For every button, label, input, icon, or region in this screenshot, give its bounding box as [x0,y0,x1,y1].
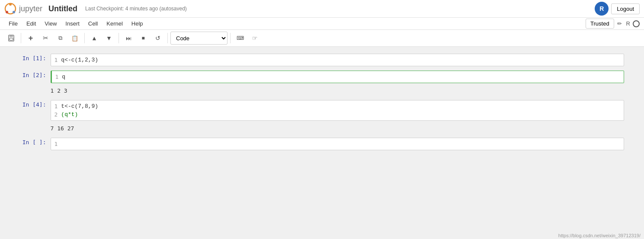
cell-4-inner-1: 1 t<-c(7,8,9) [51,102,624,110]
keyboard-icon: ⌨ [237,35,244,41]
notebook-area: In [1]: 1 q<-c(1,2,3) In [2]: 1 q [0,47,644,229]
save-button[interactable] [4,32,18,45]
edit-pencil-icon[interactable]: ✏ [616,20,624,28]
r-kernel-logo: R [595,2,609,16]
jupyter-logo[interactable]: jupyter [4,3,42,15]
cell-1-body: 1 q<-c(1,2,3) [51,54,624,69]
cell-empty-prompt: In [ ]: [20,138,51,145]
cell-empty-line-1-number: 1 [54,141,58,147]
cell-4-output: 7 16 27 [51,123,624,133]
menu-edit[interactable]: Edit [22,19,40,29]
separator-1 [21,33,21,43]
separator-2 [84,33,85,43]
cut-button[interactable]: ✂ [38,32,52,45]
menu-insert[interactable]: Insert [61,19,84,29]
cell-4-inner-2: 2 (q*t) [51,110,624,119]
add-cell-button[interactable]: + [24,32,38,45]
jupyter-logo-icon [4,3,16,15]
cell-2-inner: 1 q [52,73,624,81]
restart-button[interactable]: ↺ [151,32,165,45]
copy-icon: ⧉ [58,35,62,42]
cell-1-prompt: In [1]: [20,54,51,61]
cell-4-container[interactable]: 1 t<-c(7,8,9) 2 (q*t) [51,100,624,121]
cell-4-output-text: 7 16 27 [51,125,74,132]
cell-4-line-2-number: 2 [54,111,58,118]
menu-kernel[interactable]: Kernel [102,19,127,29]
header: jupyter Untitled Last Checkpoint: 4 minu… [0,0,644,18]
cell-2-prompt: In [2]: [20,71,51,78]
plus-icon: + [29,34,33,43]
cell-1-wrapper: In [1]: 1 q<-c(1,2,3) [20,54,624,69]
cell-1-container[interactable]: 1 q<-c(1,2,3) [51,54,624,66]
cell-empty-wrapper: In [ ]: 1 [20,138,624,153]
svg-point-2 [13,11,15,13]
arrow-up-icon: ▲ [91,35,97,42]
cell-empty-body: 1 [51,138,624,153]
logout-button[interactable]: Logout [611,3,640,14]
move-up-button[interactable]: ▲ [87,32,101,45]
cell-4-line-2-code: (q*t) [61,111,78,118]
restart-icon: ↺ [155,35,160,42]
keyboard-button[interactable]: ⌨ [233,32,247,45]
cell-2-body: 1 q 1 2 3 [51,71,624,96]
cell-2-line-1-number: 1 [55,74,59,80]
cell-1-line-1-code: q<-c(1,2,3) [61,57,98,63]
separator-4 [167,33,168,43]
fast-forward-button[interactable]: ⏭ [122,32,135,45]
checkpoint-info: Last Checkpoint: 4 minutes ago (autosave… [85,6,187,12]
svg-rect-6 [10,38,13,40]
pointer-button[interactable]: ☞ [248,32,262,45]
separator-5 [230,33,231,43]
toolbar: + ✂ ⧉ 📋 ▲ ▼ ⏭ ■ ↺ Code Markdown Raw NBCo… [0,30,644,47]
notebook-inner: In [1]: 1 q<-c(1,2,3) In [2]: 1 q [15,54,629,153]
skip-icon: ⏭ [126,35,131,42]
cell-4-prompt: In [4]: [20,100,51,108]
svg-rect-5 [10,35,13,37]
menu-file[interactable]: File [4,19,22,29]
jupyter-brand-text: jupyter [19,4,42,13]
cell-type-select[interactable]: Code Markdown Raw NBConvert Heading [170,32,227,45]
menubar-right-controls: Trusted ✏ R [586,19,640,29]
trusted-button[interactable]: Trusted [586,19,614,29]
cell-empty-inner: 1 [51,140,624,148]
cell-2-output: 1 2 3 [51,86,624,96]
arrow-down-icon: ▼ [106,35,112,42]
cell-4-body: 1 t<-c(7,8,9) 2 (q*t) 7 16 27 [51,100,624,133]
pointer-icon: ☞ [252,35,258,42]
cell-4-wrapper: In [4]: 1 t<-c(7,8,9) 2 (q*t) 7 16 27 [20,100,624,133]
cell-4-line-1-code: t<-c(7,8,9) [61,103,98,110]
kernel-status-circle [633,20,640,27]
cell-4-line-1-number: 1 [54,103,58,110]
stop-button[interactable]: ■ [136,32,150,45]
stop-icon: ■ [141,35,144,41]
notebook-title[interactable]: Untitled [48,4,77,13]
paste-button[interactable]: 📋 [68,32,82,45]
cell-1-line-1-number: 1 [54,57,58,63]
cell-empty-line-1-code [61,141,64,147]
cell-2-wrapper: In [2]: 1 q 1 2 3 [20,71,624,96]
menu-view[interactable]: View [40,19,61,29]
cell-2-container[interactable]: 1 q [51,71,624,83]
svg-point-1 [9,3,12,6]
move-down-button[interactable]: ▼ [102,32,116,45]
kernel-r-label: R [626,20,630,27]
menubar: File Edit View Insert Cell Kernel Help T… [0,18,644,30]
cell-2-output-text: 1 2 3 [51,87,67,94]
header-right: R Logout [595,2,640,16]
menu-cell[interactable]: Cell [84,19,102,29]
scissors-icon: ✂ [43,34,48,42]
menu-help[interactable]: Help [127,19,147,29]
cell-empty-container[interactable]: 1 [51,138,624,150]
copy-button[interactable]: ⧉ [53,32,67,45]
save-icon [8,35,15,42]
svg-point-3 [6,11,8,13]
cell-1-inner: 1 q<-c(1,2,3) [51,56,624,64]
cell-2-line-1-code: q [62,74,65,80]
separator-3 [119,33,119,43]
paste-icon: 📋 [71,35,78,42]
